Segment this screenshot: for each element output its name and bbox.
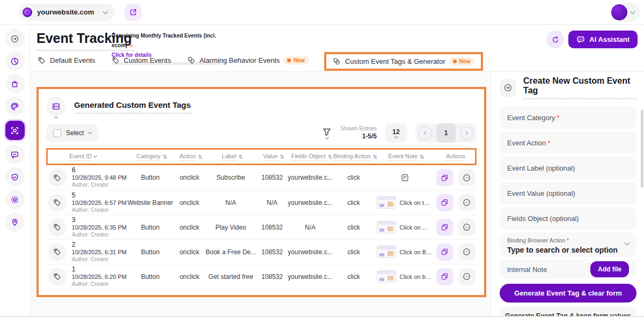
internal-note-field[interactable]: Internal Note Add file: [500, 260, 636, 279]
copy-event-tag-button[interactable]: [436, 219, 453, 236]
cell-value: N/A: [257, 199, 288, 207]
sidebar-item-exit-icon[interactable]: [5, 29, 25, 48]
note-icon[interactable]: [400, 173, 409, 182]
arrow-left-icon: [424, 131, 428, 135]
row-more-button[interactable]: [458, 169, 475, 186]
pie-chart-icon: [10, 57, 19, 66]
prev-page-button[interactable]: [419, 127, 432, 140]
event-label-field[interactable]: Event Label (optional): [500, 157, 636, 179]
event-action-field[interactable]: Event Action*: [500, 131, 636, 154]
binding-placeholder: Type to search or select option: [507, 246, 629, 254]
location-pin-icon: [10, 218, 19, 227]
page-header: Event Tracking Remaining Monthly Tracked…: [30, 25, 644, 72]
next-page-button[interactable]: [460, 127, 473, 140]
event-category-field[interactable]: Event Category*: [500, 106, 636, 129]
external-link-icon: [129, 8, 137, 17]
column-header-label[interactable]: Label⇅: [207, 153, 258, 161]
chevron-down-icon: [93, 154, 97, 158]
tab-label: Custom Events: [124, 56, 171, 64]
chevron-down-icon: [630, 9, 635, 14]
sidebar-item-event-tracking-active[interactable]: [4, 119, 26, 142]
open-site-button[interactable]: [125, 4, 142, 21]
sidebar-item-settings[interactable]: [5, 190, 25, 209]
ai-assistant-label: AI Assistant: [589, 35, 630, 43]
highlight-box-table: Generated Custom Event Tags Select: [36, 87, 486, 297]
table-collapse-control[interactable]: [46, 97, 65, 118]
scrollbar[interactable]: [641, 110, 643, 188]
column-header-binding-action[interactable]: Binding Action⇅: [334, 153, 376, 161]
copy-event-tag-button[interactable]: [436, 194, 453, 211]
site-selector[interactable]: yourwebsite.com: [18, 4, 115, 21]
current-page-button[interactable]: 1: [436, 123, 456, 143]
fields-object-field[interactable]: Fields Object (optional): [500, 207, 636, 230]
sidebar-item-analytics[interactable]: [5, 51, 25, 71]
select-dropdown[interactable]: Select: [46, 124, 98, 142]
note-screenshot-thumbnail[interactable]: [377, 270, 396, 283]
binding-browser-action-select[interactable]: Binding Browser Action* Type to search o…: [500, 232, 636, 257]
tab-default-events[interactable]: Default Events: [36, 53, 97, 71]
event-author: Author: Creator: [72, 281, 127, 288]
refresh-button[interactable]: [546, 31, 564, 48]
row-more-button[interactable]: [458, 268, 475, 285]
sidebar-item-location[interactable]: [5, 212, 25, 232]
pagination: 1: [415, 123, 477, 143]
copy-event-tag-button[interactable]: [436, 169, 453, 186]
cell-fields-object: yourwebsite.c...: [288, 273, 333, 281]
row-more-button[interactable]: [458, 219, 475, 236]
note-screenshot-thumbnail[interactable]: [377, 221, 396, 233]
remaining-events-label: Remaining Monthly Tracked Events (incl. …: [112, 33, 216, 48]
cell-category: Button: [127, 224, 174, 231]
note-screenshot-thumbnail[interactable]: [377, 196, 396, 209]
table-header-row: Event ID Category⇅ Action⇅ Label⇅ Value⇅…: [48, 150, 475, 164]
ellipsis-icon: [462, 198, 471, 207]
tab-label: Custom Event Tags & Generator: [345, 57, 445, 65]
highlight-box-active-tab: Custom Event Tags & Generator New: [324, 52, 483, 71]
cell-label: Book a Free De...: [205, 248, 257, 256]
sidebar-item-feedback[interactable]: [5, 145, 25, 164]
cell-value: 108532: [257, 248, 288, 256]
sort-icon: ⇅: [238, 154, 243, 160]
column-header-value[interactable]: Value⇅: [258, 153, 289, 161]
user-menu[interactable]: [610, 3, 640, 22]
column-header-category[interactable]: Category⇅: [128, 153, 175, 161]
event-author: Author: Creator: [72, 182, 127, 189]
site-favicon-icon: [23, 8, 32, 17]
panel-title: Create New Custom Event Tag: [523, 76, 636, 99]
tag-icon: [48, 218, 67, 237]
column-header-fields-object[interactable]: Fields Object⇅: [289, 153, 334, 161]
column-header-action[interactable]: Action⇅: [175, 153, 207, 161]
tab-alarming-behavior-events[interactable]: Alarming Behavior Events New: [186, 53, 310, 71]
note-screenshot-thumbnail[interactable]: [377, 246, 396, 258]
cell-binding-action: click: [333, 273, 375, 281]
sidebar-item-privacy[interactable]: [5, 167, 25, 187]
tab-custom-events[interactable]: Custom Events: [111, 53, 172, 71]
table-row: 510/28/2025, 6:57 PMAuthor: Creator Webs…: [46, 190, 477, 215]
select-all-checkbox[interactable]: [53, 129, 61, 137]
tabs: Default Events Custom Events Alarming Be…: [36, 52, 483, 71]
copy-event-tag-button[interactable]: [436, 244, 453, 261]
sidebar-item-sessions[interactable]: [5, 97, 25, 116]
cell-label: N/A: [205, 199, 257, 207]
chat-bubble-icon: [10, 150, 19, 159]
column-header-event-id[interactable]: Event ID: [48, 153, 128, 161]
filter-control[interactable]: [322, 127, 332, 139]
event-value-field[interactable]: Event Value (optional): [500, 182, 636, 204]
tag-icon: [48, 168, 67, 187]
event-date: 10/28/2025, 6:57 PM: [72, 200, 127, 207]
event-id: 1: [72, 266, 127, 274]
sidebar-item-commerce[interactable]: [5, 74, 25, 93]
ai-assistant-button[interactable]: AI Assistant: [568, 31, 638, 48]
column-header-actions: Actions: [436, 153, 475, 161]
cell-action: onclick: [174, 174, 205, 181]
column-header-event-note[interactable]: Event Note⇅: [376, 153, 436, 161]
row-more-button[interactable]: [458, 244, 475, 261]
cell-label: Subscribe: [205, 174, 257, 181]
tab-custom-event-tags-generator[interactable]: Custom Event Tags & Generator New: [332, 56, 475, 67]
row-more-button[interactable]: [458, 194, 475, 211]
event-author: Author: Creator: [72, 207, 127, 214]
page-size-selector[interactable]: 12: [385, 123, 407, 143]
add-file-button[interactable]: Add file: [590, 261, 629, 277]
generate-clear-form-button[interactable]: Generate Event Tag & clear form: [500, 284, 636, 303]
cell-category: Button: [127, 273, 174, 281]
copy-event-tag-button[interactable]: [436, 268, 453, 285]
